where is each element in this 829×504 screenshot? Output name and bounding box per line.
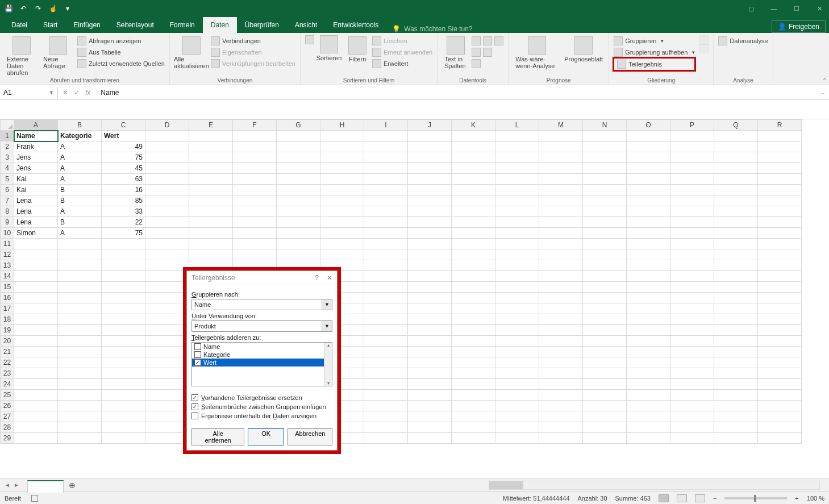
cell[interactable] [233,185,277,195]
cell[interactable] [14,303,58,314]
cell[interactable] [233,141,277,152]
cell[interactable] [670,347,714,357]
cell[interactable] [145,293,189,303]
cell[interactable] [233,131,277,141]
cell[interactable] [145,390,189,401]
cell[interactable] [714,152,758,163]
cell[interactable] [58,390,102,401]
cell[interactable] [58,422,102,433]
cell[interactable] [320,163,364,174]
column-header[interactable]: G [277,120,320,131]
zoom-in-icon[interactable]: + [795,495,798,502]
cell[interactable] [233,152,277,163]
cell[interactable] [14,293,58,303]
cell[interactable] [583,185,627,195]
cell[interactable] [714,282,758,293]
refresh-all-button[interactable]: Alle aktualisieren [174,35,209,77]
cell[interactable] [539,206,583,217]
ribbon-tab-start[interactable]: Start [35,17,65,33]
cell[interactable] [102,303,145,314]
expand-formula-bar-icon[interactable]: ⌄ [818,90,829,95]
formula-input[interactable]: Name [95,88,818,98]
cell[interactable] [539,390,583,401]
cell[interactable] [408,174,452,185]
cell[interactable] [539,260,583,271]
cell[interactable] [583,174,627,185]
cell[interactable] [670,433,714,444]
tab-scroll-last-icon[interactable]: ► [14,482,19,488]
cell[interactable] [189,185,233,195]
cell[interactable] [670,390,714,401]
row-header[interactable]: 24 [1,379,14,390]
cell[interactable] [320,195,364,206]
cell[interactable] [58,357,102,368]
cell[interactable] [408,422,452,433]
chevron-down-icon[interactable]: ▼ [322,321,332,331]
cell[interactable] [583,411,627,422]
cell[interactable]: Kategorie [58,131,102,141]
cell[interactable] [408,206,452,217]
cell[interactable] [583,249,627,260]
cell[interactable] [408,217,452,228]
cell[interactable] [539,325,583,336]
row-header[interactable]: 7 [1,195,14,206]
cell[interactable] [452,228,495,239]
cell[interactable] [670,325,714,336]
cell[interactable]: Lena [14,217,58,228]
cell[interactable] [714,217,758,228]
cell[interactable] [14,411,58,422]
cell[interactable] [408,282,452,293]
cell[interactable]: Name [14,131,58,141]
cell[interactable] [539,422,583,433]
filter-button[interactable]: Filtern [345,35,370,70]
row-header[interactable]: 11 [1,239,14,249]
cell[interactable] [452,325,495,336]
cell[interactable] [495,185,539,195]
cell[interactable] [714,411,758,422]
cell[interactable] [14,368,58,379]
cell[interactable] [714,357,758,368]
cell[interactable] [452,152,495,163]
cell[interactable] [714,314,758,325]
cell[interactable] [408,260,452,271]
cell[interactable] [408,401,452,411]
cell[interactable] [670,141,714,152]
cell[interactable] [189,228,233,239]
row-header[interactable]: 26 [1,401,14,411]
ribbon-tab-einfügen[interactable]: Einfügen [65,17,108,33]
row-header[interactable]: 8 [1,206,14,217]
cell[interactable] [627,347,670,357]
column-header[interactable]: H [320,120,364,131]
qat-customize-icon[interactable]: ▾ [63,3,73,14]
cell[interactable]: Frank [14,141,58,152]
help-icon[interactable]: ? [315,274,319,282]
cell[interactable] [58,433,102,444]
cell[interactable] [670,185,714,195]
cell[interactable] [583,303,627,314]
cell[interactable] [58,347,102,357]
new-sheet-button[interactable]: ⊕ [66,479,78,491]
cell[interactable] [758,195,802,206]
close-dialog-icon[interactable]: ✕ [327,274,332,282]
cell[interactable] [452,239,495,249]
cell[interactable] [583,347,627,357]
cell[interactable]: 33 [102,206,145,217]
row-header[interactable]: 27 [1,411,14,422]
cell[interactable] [758,228,802,239]
cell[interactable] [539,357,583,368]
cell[interactable] [627,293,670,303]
cell[interactable] [627,411,670,422]
cell[interactable] [14,239,58,249]
cell[interactable] [189,141,233,152]
cell[interactable] [277,228,320,239]
cell[interactable] [758,271,802,282]
cell[interactable] [145,357,189,368]
cell[interactable] [495,239,539,249]
cell[interactable]: B [58,185,102,195]
cell[interactable] [714,206,758,217]
column-header[interactable]: L [495,120,539,131]
cell[interactable] [408,303,452,314]
cell[interactable] [452,433,495,444]
minimize-icon[interactable]: — [768,5,780,12]
cell[interactable] [495,152,539,163]
